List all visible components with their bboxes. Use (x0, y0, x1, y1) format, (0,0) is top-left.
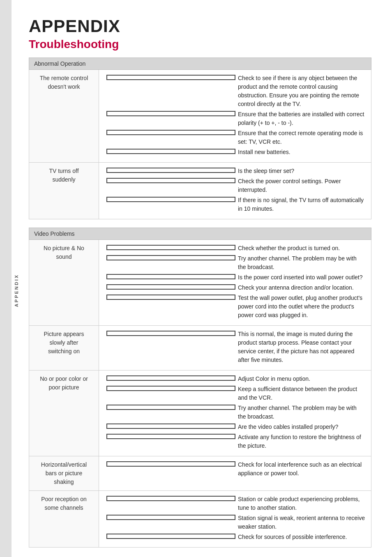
checkbox-icon (106, 534, 235, 539)
table-row: TV turns offsuddenlyIs the sleep timer s… (29, 163, 371, 219)
row-content-1-4: Station or cable product experiencing pr… (99, 491, 371, 548)
row-label-1-3: Horizontal/verticalbars or pictureshakin… (29, 456, 99, 491)
row-content-1-0: Check whether the product is turned on.T… (99, 240, 371, 326)
checkbox-icon (106, 515, 235, 520)
row-content-1-1: This is normal, the image is muted durin… (99, 326, 371, 371)
checkbox-icon (106, 386, 235, 391)
item-text: Check for sources of possible interferen… (238, 533, 365, 541)
row-label-1-2: No or poor color orpoor picture (29, 371, 99, 456)
row-label-0-1: TV turns offsuddenly (29, 163, 99, 219)
item-text: Station signal is weak, reorient antenna… (238, 514, 365, 531)
item-text: Test the wall power outlet, plug another… (238, 294, 365, 320)
list-item: Try another channel. The problem may be … (105, 404, 365, 421)
item-text: Check the power control settings. Power … (238, 177, 365, 194)
main-content: APPENDIX Troubleshooting Abnormal Operat… (29, 16, 371, 548)
list-item: Ensure that the correct remote operating… (105, 129, 365, 146)
checkbox-icon (106, 255, 235, 260)
list-item: Are the video cables installed properly? (105, 423, 365, 431)
checkbox-icon (106, 245, 235, 250)
item-text: Check whether the product is turned on. (238, 244, 365, 253)
checkbox-icon (106, 130, 235, 135)
section-table-1: Video ProblemsNo picture & NosoundCheck … (29, 228, 371, 548)
item-text: Ensure that the batteries are installed … (238, 110, 365, 127)
table-row: Picture appearsslowly afterswitching onT… (29, 326, 371, 371)
list-item: Station or cable product experiencing pr… (105, 495, 365, 512)
list-item: Station signal is weak, reorient antenna… (105, 514, 365, 531)
row-label-1-4: Poor reception onsome channels (29, 491, 99, 548)
row-content-0-1: Is the sleep timer set?Check the power c… (99, 163, 371, 219)
checkbox-icon (106, 496, 235, 501)
item-text: Adjust Color in menu option. (238, 375, 365, 383)
row-content-1-2: Adjust Color in menu option.Keep a suffi… (99, 371, 371, 456)
row-label-1-0: No picture & Nosound (29, 240, 99, 326)
table-row: Poor reception onsome channelsStation or… (29, 491, 371, 548)
checkbox-icon (106, 111, 235, 116)
table-row: No picture & NosoundCheck whether the pr… (29, 240, 371, 326)
row-label-0-0: The remote controldoesn't work (29, 70, 99, 163)
checkbox-icon (106, 274, 235, 279)
item-text: Check your antenna direction and/or loca… (238, 283, 365, 292)
section-table-0: Abnormal OperationThe remote controldoes… (29, 58, 371, 219)
item-text: Station or cable product experiencing pr… (238, 495, 365, 512)
checkbox-icon (106, 75, 235, 80)
sidebar-appendix-label: APPENDIX (14, 274, 19, 306)
list-item: Check your antenna direction and/or loca… (105, 283, 365, 292)
list-item: Is the sleep timer set? (105, 167, 365, 175)
checkbox-icon (106, 434, 235, 439)
checkbox-icon (106, 424, 235, 429)
page-title: APPENDIX (29, 16, 371, 36)
sidebar-strip: APPENDIX (0, 0, 12, 557)
list-item: Is the power cord inserted into wall pow… (105, 273, 365, 282)
item-text: Install new batteries. (238, 148, 365, 157)
list-item: This is normal, the image is muted durin… (105, 330, 365, 364)
checkbox-icon (106, 168, 235, 173)
item-text: Is the power cord inserted into wall pow… (238, 273, 365, 282)
row-content-1-3: Check for local interference such as an … (99, 456, 371, 491)
list-item: Try another channel. The problem may be … (105, 254, 365, 272)
item-text: Is the sleep timer set? (238, 167, 365, 175)
item-text: Activate any function to restore the bri… (238, 433, 365, 450)
list-item: Keep a sufficient distance between the p… (105, 385, 365, 402)
item-text: Keep a sufficient distance between the p… (238, 385, 365, 402)
list-item: Check whether the product is turned on. (105, 244, 365, 253)
list-item: Install new batteries. (105, 148, 365, 157)
table-row: Horizontal/verticalbars or pictureshakin… (29, 456, 371, 491)
checkbox-icon (106, 461, 235, 467)
checkbox-icon (106, 178, 235, 183)
checkbox-icon (106, 375, 235, 381)
item-text: Check for local interference such as an … (238, 460, 365, 478)
list-item: Test the wall power outlet, plug another… (105, 294, 365, 320)
list-item: Activate any function to restore the bri… (105, 433, 365, 450)
table-row: No or poor color orpoor pictureAdjust Co… (29, 371, 371, 456)
list-item: Check to see if there is any object betw… (105, 74, 365, 108)
section-header-1: Video Problems (29, 228, 371, 240)
list-item: Ensure that the batteries are installed … (105, 110, 365, 127)
list-item: Check for sources of possible interferen… (105, 533, 365, 541)
row-content-0-0: Check to see if there is any object betw… (99, 70, 371, 163)
item-text: Try another channel. The problem may be … (238, 254, 365, 272)
section-header-0: Abnormal Operation (29, 58, 371, 70)
checkbox-icon (106, 295, 235, 300)
list-item: If there is no signal, the TV turns off … (105, 196, 365, 213)
list-item: Adjust Color in menu option. (105, 375, 365, 383)
item-text: Ensure that the correct remote operating… (238, 129, 365, 146)
checkbox-icon (106, 405, 235, 410)
sections-container: Abnormal OperationThe remote controldoes… (29, 58, 371, 548)
list-item: Check the power control settings. Power … (105, 177, 365, 194)
row-label-1-1: Picture appearsslowly afterswitching on (29, 326, 99, 371)
item-text: Check to see if there is any object betw… (238, 74, 365, 108)
list-item: Check for local interference such as an … (105, 460, 365, 478)
item-text: Try another channel. The problem may be … (238, 404, 365, 421)
checkbox-icon (106, 331, 235, 336)
item-text: This is normal, the image is muted durin… (238, 330, 365, 364)
table-row: The remote controldoesn't workCheck to s… (29, 70, 371, 163)
item-text: If there is no signal, the TV turns off … (238, 196, 365, 213)
item-text: Are the video cables installed properly? (238, 423, 365, 431)
checkbox-icon (106, 284, 235, 290)
checkbox-icon (106, 197, 235, 202)
page-subtitle: Troubleshooting (29, 38, 371, 51)
checkbox-icon (106, 149, 235, 154)
